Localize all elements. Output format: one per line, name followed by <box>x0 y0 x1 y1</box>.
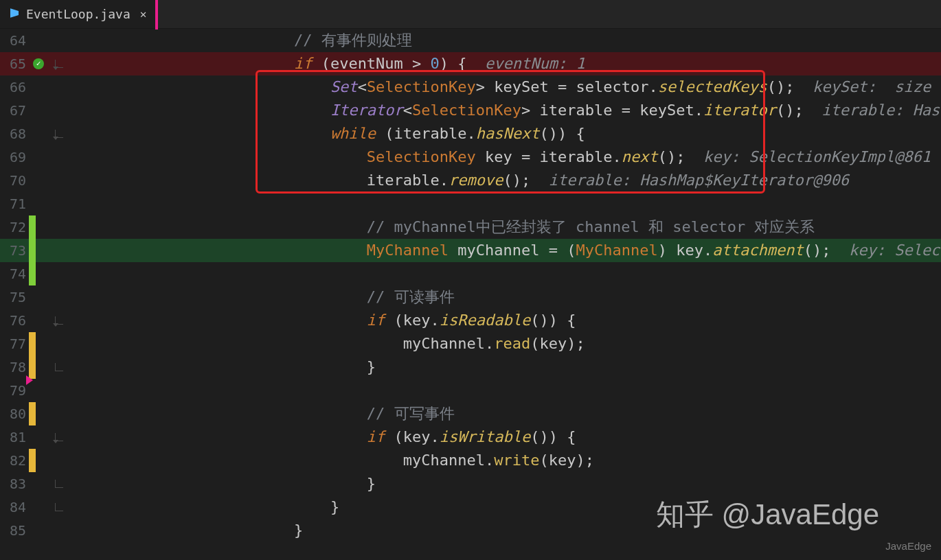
line-number: 85 <box>0 519 29 542</box>
inline-hint: key: Selectio <box>830 242 941 259</box>
code-line[interactable]: 80 // 可写事件 <box>0 402 941 425</box>
breakpoint-gutter[interactable] <box>29 355 51 379</box>
breakpoint-gutter[interactable] <box>29 192 51 215</box>
tab-active-indicator <box>155 0 158 30</box>
code-line[interactable]: 66 Set<SelectionKey> keySet = selector.s… <box>0 75 941 99</box>
line-number: 79 <box>0 379 29 402</box>
breakpoint-gutter[interactable] <box>29 169 51 192</box>
line-number: 80 <box>0 402 29 425</box>
fold-gutter[interactable] <box>51 472 71 495</box>
comment: // myChannel中已经封装了 channel 和 selector 对应… <box>367 218 815 235</box>
breakpoint-gutter[interactable] <box>29 52 51 75</box>
line-number: 75 <box>0 285 29 309</box>
java-file-icon <box>8 7 21 22</box>
code-line[interactable]: 78 } <box>0 355 941 379</box>
fold-gutter[interactable] <box>51 285 71 309</box>
code-line[interactable]: 70 iterable.remove(); iterable: HashMap$… <box>0 169 941 192</box>
fold-gutter[interactable] <box>51 425 71 449</box>
fold-icon[interactable] <box>55 503 63 511</box>
line-number: 77 <box>0 332 29 355</box>
breakpoint-gutter[interactable] <box>29 29 51 52</box>
breakpoint-gutter[interactable] <box>29 239 51 262</box>
breakpoint-gutter[interactable] <box>29 75 51 99</box>
fold-gutter[interactable] <box>51 379 71 402</box>
code-line[interactable]: 69 SelectionKey key = iterable.next(); k… <box>0 145 941 169</box>
breakpoint-gutter[interactable] <box>29 449 51 472</box>
close-icon[interactable]: ✕ <box>140 8 147 21</box>
breakpoint-verified-icon[interactable] <box>33 58 44 69</box>
breakpoint-gutter[interactable] <box>29 495 51 519</box>
breakpoint-gutter[interactable] <box>29 122 51 145</box>
code-line[interactable]: 74 <box>0 262 941 285</box>
breakpoint-gutter[interactable] <box>29 332 51 355</box>
fold-gutter[interactable] <box>51 52 71 75</box>
line-number: 71 <box>0 192 29 215</box>
fold-gutter[interactable] <box>51 449 71 472</box>
line-number: 69 <box>0 145 29 169</box>
breakpoint-gutter[interactable] <box>29 402 51 425</box>
code-line[interactable]: 82 myChannel.write(key); <box>0 449 941 472</box>
vcs-change-indicator <box>29 402 36 425</box>
vcs-change-indicator <box>29 449 36 472</box>
fold-gutter[interactable] <box>51 495 71 519</box>
line-number: 73 <box>0 239 29 262</box>
fold-gutter[interactable] <box>51 519 71 542</box>
fold-gutter[interactable] <box>51 309 71 332</box>
code-line[interactable]: 71 <box>0 192 941 215</box>
line-number: 82 <box>0 449 29 472</box>
fold-gutter[interactable] <box>51 29 71 52</box>
code-line[interactable]: 65 if (eventNum > 0) { eventNum: 1 <box>0 52 941 75</box>
fold-icon[interactable] <box>55 480 63 488</box>
breakpoint-gutter[interactable] <box>29 285 51 309</box>
line-number: 78 <box>0 355 29 379</box>
fold-gutter[interactable] <box>51 75 71 99</box>
breakpoint-gutter[interactable] <box>29 425 51 449</box>
watermark-small: JavaEdge <box>885 540 931 552</box>
code-line[interactable]: 73 MyChannel myChannel = (MyChannel) key… <box>0 239 941 262</box>
code-line[interactable]: 77 myChannel.read(key); <box>0 332 941 355</box>
breakpoint-gutter[interactable] <box>29 379 51 402</box>
tab-eventloop[interactable]: EventLoop.java ✕ <box>0 0 157 28</box>
code-line[interactable]: 81 if (key.isWritable()) { <box>0 425 941 449</box>
fold-icon[interactable] <box>55 316 63 325</box>
breakpoint-gutter[interactable] <box>29 309 51 332</box>
code-line[interactable]: 79 <box>0 379 941 402</box>
fold-gutter[interactable] <box>51 402 71 425</box>
fold-gutter[interactable] <box>51 239 71 262</box>
breakpoint-gutter[interactable] <box>29 145 51 169</box>
inline-hint: eventNum: 1 <box>467 55 585 72</box>
vcs-change-indicator <box>29 332 36 355</box>
code-line[interactable]: 75 // 可读事件 <box>0 285 941 309</box>
fold-gutter[interactable] <box>51 122 71 145</box>
breakpoint-gutter[interactable] <box>29 472 51 495</box>
code-line[interactable]: 64 // 有事件则处理 <box>0 29 941 52</box>
fold-gutter[interactable] <box>51 215 71 239</box>
code-line[interactable]: 68 while (iterable.hasNext()) { <box>0 122 941 145</box>
line-number: 72 <box>0 215 29 239</box>
code-line[interactable]: 83 } <box>0 472 941 495</box>
breakpoint-gutter[interactable] <box>29 519 51 542</box>
code-editor[interactable]: 64 // 有事件则处理 65 if (eventNum > 0) { even… <box>0 29 941 560</box>
code-line[interactable]: 67 Iterator<SelectionKey> iterable = key… <box>0 99 941 122</box>
fold-icon[interactable] <box>55 130 63 138</box>
fold-gutter[interactable] <box>51 99 71 122</box>
comment: // 可写事件 <box>367 405 455 422</box>
code-line[interactable]: 72 // myChannel中已经封装了 channel 和 selector… <box>0 215 941 239</box>
breakpoint-gutter[interactable] <box>29 262 51 285</box>
fold-gutter[interactable] <box>51 169 71 192</box>
breakpoint-gutter[interactable] <box>29 99 51 122</box>
line-number: 81 <box>0 425 29 449</box>
fold-gutter[interactable] <box>51 145 71 169</box>
vcs-change-indicator <box>29 262 36 285</box>
line-number: 84 <box>0 495 29 519</box>
fold-icon[interactable] <box>55 60 63 68</box>
fold-icon[interactable] <box>55 363 63 371</box>
breakpoint-gutter[interactable] <box>29 215 51 239</box>
inline-hint: iterable: HashMap$KeyIterator@906 <box>530 172 849 189</box>
fold-gutter[interactable] <box>51 332 71 355</box>
fold-gutter[interactable] <box>51 192 71 215</box>
fold-gutter[interactable] <box>51 355 71 379</box>
fold-gutter[interactable] <box>51 262 71 285</box>
code-line[interactable]: 76 if (key.isReadable()) { <box>0 309 941 332</box>
fold-icon[interactable] <box>55 433 63 441</box>
